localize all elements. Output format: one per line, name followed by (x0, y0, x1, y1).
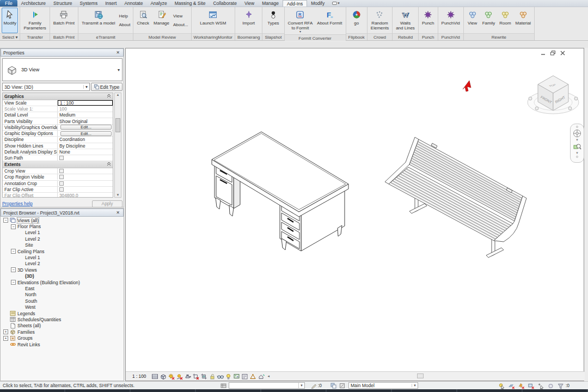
ribbon-button-launch-wsm[interactable]: Launch WSM (198, 8, 228, 33)
collapse-icon[interactable]: − (3, 218, 8, 223)
tree-item-views-all-[interactable]: −Views (all) (1, 217, 124, 223)
property-value[interactable]: 304800.0 (58, 193, 113, 198)
property-value[interactable] (58, 181, 113, 186)
ribbon-button-import[interactable]: Import (241, 8, 256, 33)
show-analytical-model-icon[interactable] (249, 373, 256, 380)
ribbon-button-random-elements[interactable]: Random Elements (369, 8, 390, 33)
close-icon[interactable]: ✕ (115, 210, 121, 215)
highlight-displacement-icon[interactable] (258, 373, 265, 380)
ribbon-button-batch-print[interactable]: Batch Print (52, 8, 76, 33)
shadows-icon[interactable] (176, 373, 183, 380)
ribbon-button-family-parameters[interactable]: Family Parameters (22, 8, 47, 33)
tree-item-site[interactable]: Site (1, 242, 124, 248)
tab-insert[interactable]: Insert (101, 0, 120, 7)
tree-item-elevations-building-elevation-[interactable]: −Elevations (Building Elevation) (1, 279, 124, 285)
background-processes-icon[interactable] (547, 382, 554, 389)
navbar-handle[interactable] (576, 156, 578, 158)
tab-file[interactable]: File (0, 0, 17, 7)
temporary-hide-isolate-icon[interactable] (217, 373, 224, 380)
tab-structure[interactable]: Structure (50, 0, 76, 7)
tree-item-families[interactable]: +Families (1, 329, 124, 335)
property-value[interactable] (58, 155, 113, 161)
design-options-icon[interactable] (330, 382, 337, 389)
tree-item-level-2[interactable]: Level 2 (1, 236, 124, 242)
property-value[interactable]: Medium (58, 112, 113, 118)
worksets-icon[interactable] (220, 382, 227, 389)
tree-item-groups[interactable]: +Groups (1, 335, 124, 341)
tree-item-floor-plans[interactable]: −Floor Plans (1, 223, 124, 229)
reveal-hidden-elements-icon[interactable] (225, 373, 232, 380)
ribbon-button-about-formit[interactable]: FAbout FormIt (315, 8, 344, 34)
select-by-face-toggle-icon[interactable] (528, 382, 535, 389)
ribbon-button-go[interactable]: go (350, 8, 364, 33)
tree-item-revit-links[interactable]: Revit Links (1, 341, 124, 347)
tree-item-sheets-all-[interactable]: Sheets (all) (1, 323, 124, 329)
tab-modify[interactable]: Modify (307, 0, 328, 7)
collapse-icon[interactable]: − (11, 267, 16, 272)
scrollbar-thumb[interactable] (417, 373, 424, 378)
tree-item-east[interactable]: East (1, 285, 124, 291)
tree-item-level-2[interactable]: Level 2 (1, 261, 124, 267)
collapse-icon[interactable]: − (11, 224, 16, 229)
property-value[interactable] (58, 168, 113, 174)
collapse-icon[interactable]: − (11, 280, 16, 285)
detail-level-icon[interactable] (151, 373, 158, 380)
ribbon-button-help[interactable]: Help (119, 14, 130, 19)
ribbon-button-room[interactable]: Room (498, 8, 512, 33)
tree-item-level-1[interactable]: Level 1 (1, 230, 124, 236)
tab-systems[interactable]: Systems (76, 0, 102, 7)
property-value[interactable]: None (58, 149, 113, 155)
view-scale-button[interactable]: 1 : 100 (132, 373, 146, 379)
ribbon-button-convert-rfa-to-formit[interactable]: RRFAConvert RFA to FormIt▾ (286, 8, 315, 34)
ribbon-button-about-[interactable]: About... (173, 22, 188, 27)
checkbox[interactable] (59, 169, 64, 173)
tree-item-schedules-quantities[interactable]: Schedules/Quantities (1, 316, 124, 322)
tab-collaborate[interactable]: Collaborate (209, 0, 240, 7)
tab-massing-site[interactable]: Massing & Site (171, 0, 210, 7)
tree-item-west[interactable]: West (1, 304, 124, 310)
tree-item-level-1[interactable]: Level 1 (1, 254, 124, 260)
worksharing-display-icon[interactable] (233, 373, 240, 380)
ribbon-button-transmit-a-model[interactable]: Transmit a model (80, 8, 117, 33)
expand-icon[interactable]: + (3, 329, 8, 334)
select-pinned-toggle-icon[interactable] (518, 382, 525, 389)
tab-architecture[interactable]: Architecture (17, 0, 50, 7)
show-rendering-dialog-icon[interactable] (184, 373, 191, 380)
property-value[interactable] (58, 174, 113, 180)
active-workset-select[interactable]: ▼ (229, 382, 305, 389)
tree-item-ceiling-plans[interactable]: −Ceiling Plans (1, 248, 124, 254)
ribbon-button-modify[interactable]: Modify (2, 8, 18, 33)
editing-requests-icon[interactable] (310, 382, 317, 389)
selection-filter-icon[interactable] (557, 382, 564, 389)
ribbon-button-view[interactable]: View (173, 14, 188, 19)
tree-item-3d-views[interactable]: −3D Views (1, 267, 124, 273)
chevron-down-icon[interactable]: ▼ (575, 139, 579, 142)
ribbon-button-about[interactable]: About (119, 22, 130, 27)
temporary-view-properties-icon[interactable] (241, 373, 248, 380)
property-value[interactable]: 100 (58, 106, 113, 112)
property-value[interactable]: By Discipline (58, 143, 113, 149)
checkbox[interactable] (59, 181, 64, 186)
tab-add-ins[interactable]: Add-Ins (283, 0, 307, 7)
tab-manage[interactable]: Manage (258, 0, 283, 7)
collapse-section-icon[interactable] (107, 94, 111, 99)
unlocked-view-icon[interactable] (209, 373, 216, 380)
minimize-icon[interactable] (540, 50, 546, 56)
tab-view[interactable]: View (241, 0, 258, 7)
properties-scrollbar[interactable]: ▲ ▼ (114, 93, 121, 198)
crop-view-icon[interactable] (192, 373, 199, 380)
tree-item-south[interactable]: South (1, 298, 124, 304)
ribbon-button-punchvid[interactable]: PunchVid (440, 8, 462, 33)
scrollbar-thumb[interactable] (115, 118, 120, 132)
close-icon[interactable]: ✕ (115, 50, 121, 55)
zoom-icon[interactable] (573, 143, 581, 151)
sun-path-icon[interactable] (168, 373, 175, 380)
ribbon-button-family[interactable]: Family (481, 8, 497, 33)
expand-icon[interactable]: + (3, 336, 8, 341)
close-icon[interactable] (560, 50, 566, 56)
restore-icon[interactable] (550, 50, 556, 56)
steering-wheel-icon[interactable] (573, 129, 581, 138)
panel-label-select[interactable]: Select ▾ (0, 33, 20, 40)
chevron-down-icon[interactable]: ▼ (575, 152, 579, 155)
chevron-left-icon[interactable]: ◂ (267, 374, 270, 378)
